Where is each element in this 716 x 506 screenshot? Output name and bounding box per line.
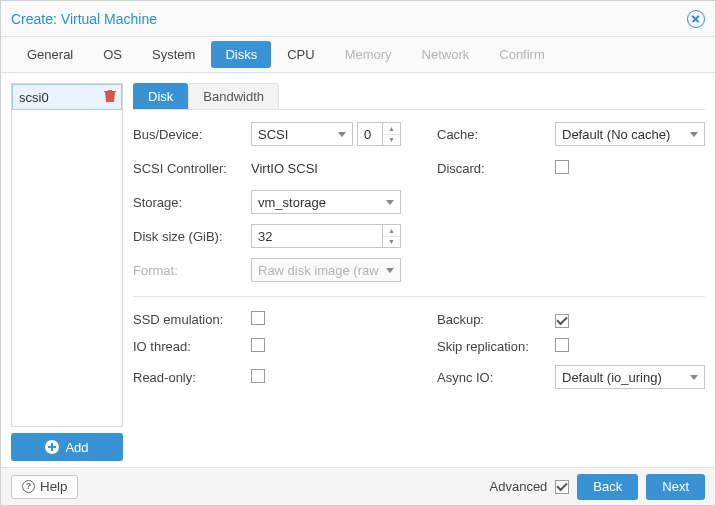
discard-label: Discard:: [437, 161, 547, 176]
format-select-value: Raw disk image (raw: [258, 263, 379, 278]
add-button[interactable]: Add: [11, 433, 123, 461]
skiprepl-checkbox[interactable]: [555, 338, 569, 352]
close-icon[interactable]: [687, 10, 705, 28]
divider: [133, 296, 705, 297]
body: scsi0 Add Disk Bandwidth Bus/Device:: [1, 73, 715, 467]
tab-system[interactable]: System: [138, 41, 209, 68]
cache-select-value: Default (No cache): [562, 127, 670, 142]
plus-icon: [45, 440, 59, 454]
readonly-label: Read-only:: [133, 370, 243, 385]
chevron-down-icon[interactable]: ▼: [383, 237, 400, 248]
cache-label: Cache:: [437, 127, 547, 142]
advanced-checkbox[interactable]: [555, 480, 569, 494]
ssd-label: SSD emulation:: [133, 312, 243, 327]
wizard-tabs: General OS System Disks CPU Memory Netwo…: [1, 37, 715, 73]
disk-config-panel: Disk Bandwidth Bus/Device: SCSI 0 ▲▼: [133, 83, 705, 461]
disk-subtabs: Disk Bandwidth: [133, 83, 705, 110]
tab-disks[interactable]: Disks: [211, 41, 271, 68]
tab-general[interactable]: General: [13, 41, 87, 68]
tab-network: Network: [408, 41, 484, 68]
chevron-up-icon[interactable]: ▲: [383, 225, 400, 237]
help-button[interactable]: ? Help: [11, 475, 78, 499]
disk-form: Bus/Device: SCSI 0 ▲▼ Cache: Default (No…: [133, 122, 705, 389]
chevron-down-icon: [386, 200, 394, 205]
advanced-label: Advanced: [490, 479, 548, 494]
iothread-label: IO thread:: [133, 339, 243, 354]
cache-select[interactable]: Default (No cache): [555, 122, 705, 146]
disk-size-value: 32: [258, 229, 272, 244]
asyncio-select[interactable]: Default (io_uring): [555, 365, 705, 389]
scsi-controller-value: VirtIO SCSI: [251, 156, 401, 180]
chevron-down-icon[interactable]: ▼: [383, 135, 400, 146]
disk-size-input[interactable]: 32 ▲▼: [251, 224, 401, 248]
disk-row-name: scsi0: [13, 90, 99, 105]
format-select: Raw disk image (raw: [251, 258, 401, 282]
trash-icon[interactable]: [99, 89, 121, 106]
help-button-label: Help: [40, 479, 67, 494]
storage-select[interactable]: vm_storage: [251, 190, 401, 214]
add-button-label: Add: [65, 440, 88, 455]
backup-label: Backup:: [437, 312, 547, 327]
storage-label: Storage:: [133, 195, 243, 210]
disk-list-panel: scsi0 Add: [11, 83, 123, 461]
window-title: Create: Virtual Machine: [11, 11, 157, 27]
tab-memory: Memory: [331, 41, 406, 68]
tab-confirm: Confirm: [485, 41, 559, 68]
device-number[interactable]: 0 ▲▼: [357, 122, 401, 146]
bus-select-value: SCSI: [258, 127, 288, 142]
next-button[interactable]: Next: [646, 474, 705, 500]
tab-os[interactable]: OS: [89, 41, 136, 68]
back-button[interactable]: Back: [577, 474, 638, 500]
format-label: Format:: [133, 263, 243, 278]
tab-cpu[interactable]: CPU: [273, 41, 328, 68]
storage-select-value: vm_storage: [258, 195, 326, 210]
asyncio-label: Async IO:: [437, 370, 547, 385]
readonly-checkbox[interactable]: [251, 369, 265, 383]
subtab-disk[interactable]: Disk: [133, 83, 188, 109]
chevron-down-icon: [338, 132, 346, 137]
chevron-down-icon: [690, 375, 698, 380]
discard-checkbox[interactable]: [555, 160, 569, 174]
asyncio-select-value: Default (io_uring): [562, 370, 662, 385]
skiprepl-label: Skip replication:: [437, 339, 547, 354]
backup-checkbox[interactable]: [555, 314, 569, 328]
iothread-checkbox[interactable]: [251, 338, 265, 352]
device-number-value: 0: [364, 127, 371, 142]
footer: ? Help Advanced Back Next: [1, 467, 715, 505]
titlebar: Create: Virtual Machine: [1, 1, 715, 37]
help-icon: ?: [22, 480, 35, 493]
chevron-up-icon[interactable]: ▲: [383, 123, 400, 135]
ssd-checkbox[interactable]: [251, 311, 265, 325]
scsi-controller-label: SCSI Controller:: [133, 161, 243, 176]
chevron-down-icon: [690, 132, 698, 137]
bus-select[interactable]: SCSI: [251, 122, 353, 146]
create-vm-window: Create: Virtual Machine General OS Syste…: [0, 0, 716, 506]
disk-row[interactable]: scsi0: [12, 84, 122, 110]
bus-device-label: Bus/Device:: [133, 127, 243, 142]
chevron-down-icon: [386, 268, 394, 273]
disk-list: scsi0: [11, 83, 123, 427]
disk-size-label: Disk size (GiB):: [133, 229, 243, 244]
subtab-bandwidth[interactable]: Bandwidth: [188, 83, 279, 109]
